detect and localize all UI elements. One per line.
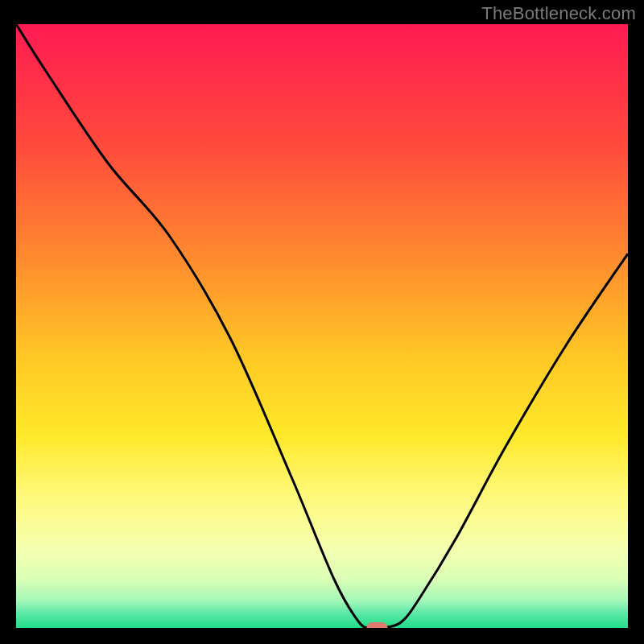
gradient-background [16, 24, 628, 628]
optimal-marker [366, 622, 387, 628]
chart-frame: TheBottleneck.com [0, 0, 644, 644]
watermark-text: TheBottleneck.com [481, 3, 636, 24]
plot-area [16, 24, 628, 628]
chart-svg [16, 24, 628, 628]
